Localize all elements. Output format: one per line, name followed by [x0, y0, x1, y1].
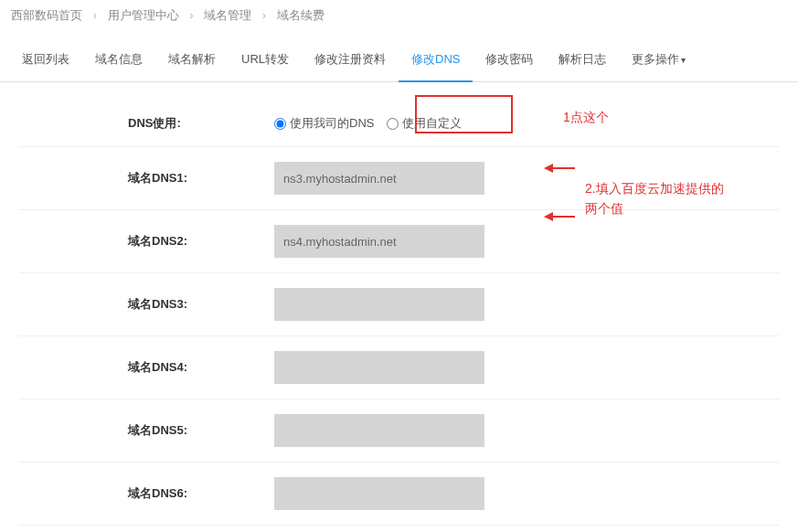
submit-row: 确定提交 [18, 526, 780, 532]
annotation-text-1: 1点这个 [563, 110, 609, 126]
tab-modify-registrant[interactable]: 修改注册资料 [302, 38, 399, 81]
radio-custom-dns[interactable]: 使用自定义 [387, 115, 462, 132]
dns5-input[interactable] [274, 414, 484, 447]
dns3-label: 域名DNS3: [18, 296, 274, 313]
form-row-dns-use: DNS使用: 使用我司的DNS 使用自定义 [18, 101, 780, 147]
dns1-input[interactable] [274, 162, 484, 195]
breadcrumb: 西部数码首页 › 用户管理中心 › 域名管理 › 域名续费 [0, 0, 798, 31]
chevron-right-icon: › [93, 8, 97, 22]
form-row-dns5: 域名DNS5: [18, 399, 780, 463]
tab-domain-info[interactable]: 域名信息 [82, 38, 155, 81]
radio-custom-label: 使用自定义 [402, 116, 462, 130]
dns4-input[interactable] [274, 351, 484, 384]
radio-custom-input[interactable] [387, 118, 399, 130]
dns2-label: 域名DNS2: [18, 233, 274, 250]
breadcrumb-item[interactable]: 用户管理中心 [108, 8, 179, 22]
svg-marker-1 [544, 164, 553, 173]
dns1-label: 域名DNS1: [18, 170, 274, 186]
radio-company-label: 使用我司的DNS [290, 116, 374, 130]
dns5-label: 域名DNS5: [18, 422, 274, 439]
chevron-right-icon: › [262, 8, 266, 22]
tabs: 返回列表 域名信息 域名解析 URL转发 修改注册资料 修改DNS 修改密码 解… [0, 38, 798, 82]
tab-url-forward[interactable]: URL转发 [229, 38, 302, 81]
breadcrumb-item[interactable]: 域名续费 [277, 8, 325, 22]
tab-modify-password[interactable]: 修改密码 [473, 38, 546, 81]
dns2-input[interactable] [274, 225, 484, 258]
form-row-dns6: 域名DNS6: [18, 463, 780, 526]
radio-company-input[interactable] [274, 118, 286, 130]
dns3-input[interactable] [274, 288, 484, 321]
radio-company-dns[interactable]: 使用我司的DNS [274, 115, 374, 132]
dns4-label: 域名DNS4: [18, 359, 274, 376]
dns-use-label: DNS使用: [18, 115, 274, 132]
chevron-right-icon: › [189, 8, 193, 22]
svg-marker-3 [544, 212, 553, 221]
tab-more-actions[interactable]: 更多操作▾ [619, 38, 698, 81]
form-row-dns3: 域名DNS3: [18, 273, 780, 336]
breadcrumb-item[interactable]: 西部数码首页 [11, 8, 82, 22]
form-area: 1点这个 2.填入百度云加速提供的 两个值 DNS使用: 使用我司的DNS 使用… [0, 82, 798, 532]
tab-resolution-log[interactable]: 解析日志 [546, 38, 619, 81]
tab-return-list[interactable]: 返回列表 [9, 38, 82, 81]
tab-label: 更多操作 [632, 52, 679, 66]
annotation-text-2: 2.填入百度云加速提供的 两个值 [585, 178, 724, 219]
form-row-dns2: 域名DNS2: [18, 210, 780, 273]
tab-modify-dns[interactable]: 修改DNS [399, 38, 473, 82]
arrow-left-icon [544, 162, 577, 175]
arrow-left-icon [544, 210, 577, 223]
dns6-label: 域名DNS6: [18, 485, 274, 502]
breadcrumb-item[interactable]: 域名管理 [204, 8, 251, 22]
form-row-dns4: 域名DNS4: [18, 336, 780, 399]
dns6-input[interactable] [274, 477, 484, 510]
chevron-down-icon: ▾ [681, 55, 686, 65]
tab-domain-resolution[interactable]: 域名解析 [155, 38, 229, 81]
